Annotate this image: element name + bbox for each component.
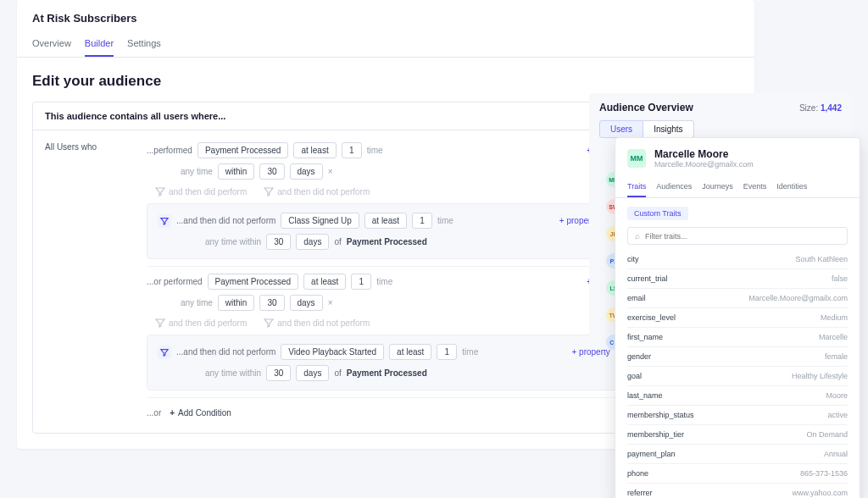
trait-value: Healthy Lifestyle [792,372,848,380]
nested-operator-select[interactable]: at least [364,213,407,229]
trait-value: www.yahoo.com [792,489,848,497]
profile-email: Marcelle.Moore@gmailx.com [654,160,754,169]
tab-insights[interactable]: Insights [643,120,693,138]
ptab-audiences[interactable]: Audiences [656,177,692,197]
sub-label: any time [181,167,213,176]
add-condition-button[interactable]: + Add Condition [170,408,231,418]
nested-sub-unit[interactable]: days [296,234,329,250]
trait-key: referrer [627,489,653,497]
nested-sub-unit[interactable]: days [296,365,329,381]
trait-key: current_trial [627,274,668,283]
nested-count-input[interactable]: 1 [412,213,432,229]
or-label: ...or [147,408,161,418]
operator-select[interactable]: at least [293,142,336,158]
trait-value: false [832,274,848,283]
ptab-events[interactable]: Events [743,177,767,197]
trait-key: city [627,255,639,263]
profile-popover: MM Marcelle Moore Marcelle.Moore@gmailx.… [615,137,860,498]
funnel-icon [264,186,274,196]
nested-unit-label: time [437,216,453,225]
trait-value: Moore [826,391,848,400]
trait-value: South Kathleen [795,255,848,263]
trait-key: membership_status [627,411,694,419]
tab-overview[interactable]: Overview [32,31,71,57]
tab-builder[interactable]: Builder [85,31,114,57]
nested-sub-label: any time within [205,368,261,378]
ptab-identities[interactable]: Identities [776,177,807,197]
nested-sub-value[interactable]: 30 [266,234,291,250]
then-did-perform-option[interactable]: and then did perform [155,186,247,196]
nested-connector: ...and then did not perform [176,216,275,225]
trait-value: Annual [824,450,848,458]
unit-label: time [376,277,392,286]
trait-row: emailMarcelle.Moore@gmailx.com [627,289,848,308]
search-icon: ⌕ [635,231,640,241]
custom-traits-chip[interactable]: Custom Traits [627,207,688,220]
remove-time-icon[interactable]: × [328,167,333,176]
range-value-input[interactable]: 30 [259,295,284,311]
profile-tabs: Traits Audiences Journeys Events Identit… [615,177,860,198]
trait-search-input[interactable] [645,232,840,241]
sub-label: any time [181,298,213,307]
nested-connector: ...and then did not perform [176,347,275,357]
nested-operator-select[interactable]: at least [389,344,431,360]
size-label: Size: 1,442 [799,103,842,113]
trait-key: phone [627,469,648,478]
unit-label: time [367,146,383,155]
count-input[interactable]: 1 [351,274,371,290]
nested-event-select[interactable]: Class Signed Up [281,213,359,229]
of-label: of [334,368,341,378]
trait-value: Medium [821,313,848,322]
then-did-not-perform-option[interactable]: and then did not perform [264,186,370,196]
trait-search-wrap: ⌕ [627,227,848,245]
range-value-input[interactable]: 30 [259,163,284,180]
then-did-perform-option[interactable]: and then did perform [155,318,247,328]
count-input[interactable]: 1 [342,142,362,158]
trait-value: 865-373-1536 [800,469,848,478]
ptab-traits[interactable]: Traits [627,177,646,197]
trait-key: first_name [627,333,663,341]
trait-key: email [627,294,646,302]
trait-value: female [825,352,848,361]
page-title: At Risk Subscribers [17,0,754,31]
trait-row: payment_planAnnual [627,445,848,464]
of-event: Payment Processed [347,368,427,378]
funnel-icon [158,346,171,359]
of-event: Payment Processed [347,237,427,246]
trait-row: genderfemale [627,347,848,367]
trait-row: citySouth Kathleen [627,250,848,269]
all-users-label: All Users who [33,130,135,433]
overview-title: Audience Overview [599,102,693,113]
funnel-icon [155,186,165,196]
nested-count-input[interactable]: 1 [437,344,457,360]
trait-key: goal [627,372,642,380]
trait-value: Marcelle.Moore@gmailx.com [748,294,848,302]
trait-key: last_name [627,391,663,400]
range-select[interactable]: within [218,295,255,311]
trait-row: membership_tierOn Demand [627,425,848,445]
funnel-icon [264,318,274,328]
trait-value: active [827,411,848,419]
trait-row: phone865-373-1536 [627,464,848,484]
range-unit-select[interactable]: days [290,163,323,180]
range-unit-select[interactable]: days [290,295,323,311]
nested-event-select[interactable]: Video Playback Started [281,344,384,360]
trait-row: current_trialfalse [627,269,848,289]
size-value: 1,442 [821,103,842,113]
event-select[interactable]: Payment Processed [198,142,289,158]
remove-time-icon[interactable]: × [328,298,333,307]
plus-icon: + [170,408,175,418]
trait-key: exercise_level [627,313,676,322]
ptab-journeys[interactable]: Journeys [702,177,733,197]
tab-users[interactable]: Users [599,120,643,138]
nested-sub-value[interactable]: 30 [266,365,291,381]
main-tabs: Overview Builder Settings [17,31,754,58]
traits-list: citySouth Kathleencurrent_trialfalseemai… [627,250,848,498]
connector-label: ...or performed [147,277,203,286]
range-select[interactable]: within [218,163,255,180]
trait-row: first_nameMarcelle [627,328,848,347]
then-did-not-perform-option[interactable]: and then did not perform [264,318,370,328]
event-select[interactable]: Payment Processed [208,274,299,290]
operator-select[interactable]: at least [303,274,346,290]
tab-settings[interactable]: Settings [127,31,161,57]
